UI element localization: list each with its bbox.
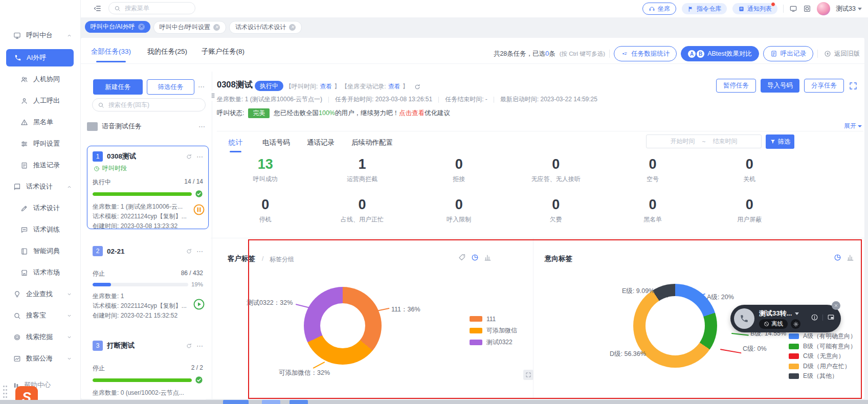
sidebar-item-active[interactable]: AI外呼 — [6, 49, 74, 66]
legend-item[interactable]: 测试0322 — [470, 336, 517, 348]
import-numbers-button[interactable]: 导入号码 — [761, 79, 799, 93]
tab-label: 通话记录 — [307, 139, 335, 146]
sidebar-item[interactable]: 推送记录 — [0, 154, 80, 176]
tab-follow-up-config[interactable]: 后续动作配置 — [351, 138, 393, 147]
pane-collapse-handle[interactable] — [209, 91, 217, 101]
call-widget[interactable]: 测试33转... 离线 — [730, 305, 841, 332]
sidebar-item[interactable]: 呼叫设置 — [0, 133, 80, 154]
more-icon[interactable]: ⋯ — [196, 153, 203, 161]
agent-button[interactable]: 坐席 — [642, 3, 676, 15]
task-card[interactable]: 202-21⋯停止86 / 43219%坐席数量: 1话术模板: 2022112… — [87, 240, 209, 322]
legend-item[interactable]: E级（其他） — [789, 371, 856, 381]
bar-chart-icon[interactable] — [484, 254, 492, 261]
expand-toggle[interactable]: 展开 — [844, 122, 862, 130]
more-icon[interactable]: ⋯ — [196, 342, 203, 350]
refresh-icon[interactable] — [186, 153, 192, 160]
view-suggestion-link[interactable]: 点击查看 — [399, 109, 425, 117]
sidebar-item[interactable]: 搜客宝 — [0, 305, 80, 326]
tab-my-tasks[interactable]: 我的任务(25) — [147, 47, 187, 56]
tab-all-tasks[interactable]: 全部任务(33) — [91, 47, 131, 56]
command-store-button[interactable]: 指令仓库 — [682, 3, 727, 14]
user-menu[interactable]: 测试33 — [836, 5, 862, 13]
more-icon[interactable]: ⋯ — [196, 248, 203, 255]
bar-chart-icon[interactable] — [847, 254, 854, 261]
refresh-icon[interactable] — [186, 343, 192, 349]
sidebar-item[interactable]: 话术市场 — [0, 262, 80, 283]
sidebar-item[interactable]: 智能词典 — [0, 240, 80, 262]
notification-list-button[interactable]: 通知列表 — [732, 3, 777, 14]
sidebar-item[interactable]: 人工呼出 — [0, 90, 80, 111]
task-search[interactable] — [92, 98, 206, 111]
breadcrumb-chip[interactable]: 话术设计/话术设计✕ — [229, 21, 302, 34]
outbound-records-button[interactable]: 呼出记录 — [763, 46, 813, 61]
refresh-icon[interactable] — [186, 248, 192, 255]
filter-button[interactable]: 筛选 — [766, 134, 794, 149]
task-card[interactable]: 3打断测试⋯停止2 / 2坐席数量: 0 (user/10002-云节点... — [87, 335, 209, 399]
refresh-icon[interactable] — [414, 83, 421, 91]
tab-phone-numbers[interactable]: 电话号码 — [262, 138, 290, 147]
breadcrumb-chip[interactable]: 呼叫中台/AI外呼✕ — [85, 21, 150, 33]
sidebar-item[interactable]: 话术设计 — [0, 197, 80, 219]
offline-status-button[interactable]: 离线 — [759, 319, 788, 329]
task-data-stats-button[interactable]: 任务数据统计 — [614, 46, 677, 61]
sidebar-item[interactable]: 黑名单 — [0, 111, 80, 133]
menu-search-input[interactable] — [124, 4, 182, 12]
play-circle-icon[interactable] — [193, 298, 205, 310]
pause-circle-icon[interactable] — [193, 204, 205, 216]
phone-widget-icon[interactable] — [734, 308, 754, 329]
date-range-picker[interactable]: 开始时间 ~ 结束时间 — [646, 134, 762, 148]
group-more-icon[interactable]: ⋯ — [198, 123, 206, 130]
close-icon[interactable]: ✕ — [213, 24, 220, 31]
tab-statistics[interactable]: 统计 — [229, 138, 242, 147]
filter-task-button[interactable]: 筛选任务 — [147, 79, 194, 95]
widget-close-icon[interactable] — [832, 301, 840, 310]
legend-item[interactable]: D级（用户在忙） — [789, 362, 856, 372]
info-icon[interactable] — [811, 313, 818, 321]
pie-chart-icon[interactable] — [471, 254, 479, 261]
new-task-button[interactable]: 新建任务 — [93, 79, 143, 95]
abtest-compare-button[interactable]: AB ABtest效果对比 — [681, 46, 759, 61]
task-search-input[interactable] — [107, 101, 191, 109]
back-to-old-button[interactable]: 返回旧版 — [822, 47, 862, 61]
close-icon[interactable]: ✕ — [138, 24, 145, 30]
sidebar-item[interactable]: 呼叫中台 — [0, 25, 80, 46]
pie-chart-icon[interactable] — [834, 254, 841, 261]
share-task-button[interactable]: 分享任务 — [804, 79, 844, 93]
breadcrumb-chip[interactable]: 呼叫中台/呼叫设置✕ — [153, 21, 226, 34]
task-group-row[interactable]: 语音测试任务 ⋯ — [87, 122, 206, 131]
sidebar-item[interactable]: 人机协同 — [0, 69, 80, 90]
history-shortcut-icon[interactable] — [803, 5, 811, 13]
legend-item[interactable]: A级（有明确意向） — [789, 331, 856, 342]
sidebar-item[interactable]: 数据公海 — [0, 348, 80, 369]
legend-item[interactable]: C级（无意向） — [789, 351, 856, 362]
legend-item[interactable]: 111 — [470, 313, 517, 325]
view-link[interactable]: 查看 — [388, 82, 400, 91]
tab-call-records[interactable]: 通话记录 — [307, 138, 335, 147]
call-period-tag[interactable]: 呼叫时段 — [94, 164, 203, 173]
task-card[interactable]: 10308测试⋯呼叫时段执行中14 / 14坐席数量: 1 (测试坐席10006… — [87, 146, 209, 229]
close-icon[interactable]: ✕ — [289, 24, 296, 31]
drag-handle[interactable] — [3, 385, 8, 402]
view-link[interactable]: 查看 — [320, 82, 332, 91]
menu-search[interactable] — [108, 2, 195, 14]
fullscreen-icon[interactable] — [849, 81, 858, 91]
avatar[interactable] — [817, 2, 830, 15]
sidebar-item[interactable]: 线索挖掘 — [0, 326, 80, 348]
sidebar-item[interactable]: 话术训练 — [0, 219, 80, 240]
mini-fullscreen-icon[interactable] — [523, 370, 533, 380]
pip-icon[interactable] — [827, 313, 835, 321]
sidebar-item[interactable]: 企业查找 — [0, 283, 80, 305]
tag-icon[interactable] — [458, 254, 466, 261]
donut-chart[interactable] — [304, 287, 382, 365]
sidebar-item[interactable]: 话术设计 — [0, 176, 80, 197]
monitor-shortcut-icon[interactable] — [789, 5, 797, 13]
pause-task-button[interactable]: 暂停任务 — [716, 79, 756, 93]
task-more-icon[interactable]: ⋯ — [198, 83, 205, 91]
gear-icon[interactable] — [791, 319, 800, 329]
tag-group-subtitle[interactable]: 标签分组 — [270, 255, 294, 264]
legend-item[interactable]: 可添加微信 — [470, 325, 517, 336]
legend-item[interactable]: B级（可能有意向） — [789, 342, 856, 352]
widget-user-menu[interactable]: 测试33转... — [759, 309, 799, 318]
tab-sub-account-tasks[interactable]: 子账户任务(8) — [202, 47, 244, 56]
collapse-menu-icon[interactable] — [93, 4, 102, 13]
